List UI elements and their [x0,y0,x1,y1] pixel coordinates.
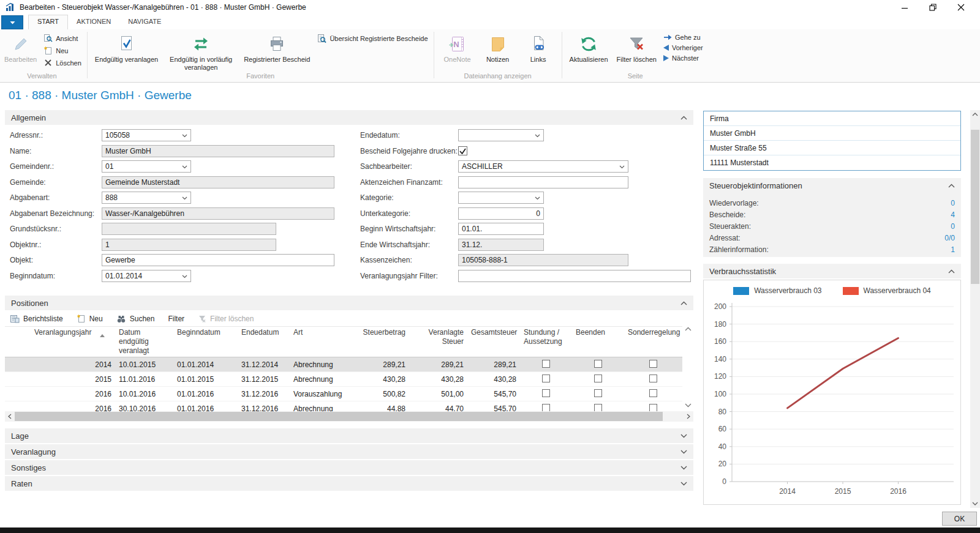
table-row[interactable]: 2014 10.01.2015 01.01.2014 31.12.2014 Ab… [5,357,682,372]
scrollbar-thumb[interactable] [971,130,979,284]
sonderregelung-checkbox[interactable] [649,404,657,412]
verbrauchsstatistik-panel-header[interactable]: Verbrauchsstatistik [703,264,961,278]
scroll-left-icon[interactable] [5,411,15,422]
close-button[interactable] [947,0,975,15]
steuerakten-link[interactable]: 0 [951,222,955,231]
minimize-button[interactable] [891,0,919,15]
ansicht-button[interactable]: Ansicht [41,33,84,43]
bescheide-link[interactable]: 4 [951,211,955,219]
sonderregelung-checkbox[interactable] [649,375,657,382]
wiedervorlage-link[interactable]: 0 [951,199,955,207]
stundung-checkbox[interactable] [542,375,550,382]
column-header-art[interactable]: Art [290,327,354,357]
chevron-down-icon[interactable] [619,165,625,169]
tab-navigate[interactable]: NAVIGATE [119,15,170,29]
tab-aktionen[interactable]: AKTIONEN [68,15,119,29]
chevron-up-icon[interactable] [680,301,687,305]
stundung-checkbox[interactable] [542,360,550,368]
uebersicht-registrierte-bescheide-button[interactable]: Übersicht Registrierte Bescheide [314,33,430,44]
aktualisieren-button[interactable]: Aktualisieren [565,30,612,64]
section-header-sonstiges[interactable]: Sonstiges [5,460,693,475]
beenden-checkbox[interactable] [594,360,602,368]
tab-start[interactable]: START [28,15,68,30]
panel-header[interactable]: Steuerobjektinformationen [703,178,961,193]
chevron-down-icon[interactable] [680,450,687,454]
scroll-down-icon[interactable] [972,502,978,505]
unterkategorie-field[interactable] [458,207,544,220]
endgueltig-veranlagen-button[interactable]: Endgültig veranlagen [91,30,162,64]
column-header-beenden[interactable]: Beenden [572,327,624,357]
stundung-checkbox[interactable] [542,404,550,412]
neu-button[interactable]: Neu [41,45,84,56]
filter-button[interactable]: Filter [168,315,184,323]
column-header-stundung[interactable]: Stundung / Aussetzung [520,327,572,357]
adressat-link[interactable]: 0/0 [944,234,955,242]
section-header-raten[interactable]: Raten [5,476,693,491]
chevron-down-icon[interactable] [182,196,187,200]
aktenzeichen-finanzamt-field[interactable] [458,176,628,188]
main-vertical-scrollbar[interactable] [970,110,980,508]
notizen-button[interactable]: Notizen [478,30,518,64]
loeschen-button[interactable]: Löschen [41,58,84,68]
veranlagungsjahr-filter-field[interactable] [458,270,691,282]
suchen-button[interactable]: Suchen [116,314,155,324]
stundung-checkbox[interactable] [542,389,550,397]
endgueltig-in-vorlaeufig-button[interactable]: Endgültig in vorläufig veranlagen [162,30,239,72]
scroll-up-icon[interactable] [685,327,692,331]
application-menu-button[interactable] [1,15,23,29]
column-header-datum-endgueltig[interactable]: Datum endgültig veranlagt [115,327,173,357]
berichtsliste-button[interactable]: Berichtsliste [10,314,63,324]
registrierter-bescheid-button[interactable]: Registrierter Bescheid [239,30,314,64]
table-vertical-scrollbar[interactable] [684,327,693,408]
beginndatum-combobox[interactable]: 01.01.2014 [102,270,191,282]
scroll-up-icon[interactable] [972,113,978,116]
kategorie-combobox[interactable] [458,192,544,204]
column-header-sonderregelung[interactable]: Sonderregelung [624,327,682,357]
column-header-veranlagte-steuer[interactable]: Veranlagte Steuer [409,327,467,357]
beginn-wirtschaftsjahr-field[interactable] [458,223,544,235]
bearbeiten-button[interactable]: Bearbeiten [0,30,41,64]
firma-card[interactable]: Firma Muster GmbH Muster Straße 55 11111… [703,111,961,171]
column-header-gesamtsteuer[interactable]: Gesamtsteuer [467,327,520,357]
chevron-down-icon[interactable] [182,134,187,138]
section-header-allgemein[interactable]: Allgemein [5,110,693,125]
column-header-beginndatum[interactable]: Beginndatum [173,327,238,357]
endedatum-combobox[interactable] [458,129,544,141]
chevron-down-icon[interactable] [182,275,187,278]
chevron-down-icon[interactable] [680,466,687,470]
chevron-down-icon[interactable] [680,434,687,438]
section-header-lage[interactable]: Lage [5,428,693,443]
table-row[interactable]: 2015 11.01.2016 01.01.2015 31.12.2015 Ab… [5,372,682,387]
table-row[interactable]: 2016 10.01.2016 01.01.2016 31.12.2016 Vo… [5,387,682,401]
gemeindenr-combobox[interactable]: 01 [102,160,191,173]
scrollbar-thumb[interactable] [15,412,663,421]
column-header-steuerbetrag[interactable]: Steuerbetrag [354,327,409,357]
beenden-checkbox[interactable] [594,389,602,397]
sonderregelung-checkbox[interactable] [649,389,657,397]
column-header-endedatum[interactable]: Endedatum [238,327,290,357]
neu-row-button[interactable]: Neu [77,314,103,323]
horizontal-scrollbar[interactable] [5,411,693,422]
filter-loeschen-row-button[interactable]: Filter löschen [198,315,254,323]
scroll-right-icon[interactable] [684,411,693,422]
restore-button[interactable] [919,0,947,15]
gehe-zu-button[interactable]: Gehe zu [661,33,706,42]
vorheriger-button[interactable]: Vorheriger [661,43,706,52]
links-button[interactable]: Links [518,30,559,64]
chevron-down-icon[interactable] [680,482,687,486]
naechster-button[interactable]: Nächster [661,54,706,62]
ok-button[interactable]: OK [942,512,977,526]
beenden-checkbox[interactable] [594,375,602,382]
abgabenart-combobox[interactable]: 888 [102,192,191,204]
beenden-checkbox[interactable] [594,404,602,412]
onenote-button[interactable]: N OneNote [437,30,478,64]
scroll-down-icon[interactable] [685,403,692,408]
zaehlerinformation-link[interactable]: 1 [951,245,955,254]
chevron-down-icon[interactable] [182,165,187,169]
section-header-positionen[interactable]: Positionen [5,296,693,310]
objekt-field[interactable] [102,254,334,266]
column-header-veranlagungsjahr[interactable]: Veranlagungsjahr [5,327,115,357]
section-header-veranlagung[interactable]: Veranlagung [5,444,693,459]
sachbearbeiter-combobox[interactable]: ASCHILLER [458,160,628,173]
adressnr-combobox[interactable]: 105058 [102,129,191,141]
